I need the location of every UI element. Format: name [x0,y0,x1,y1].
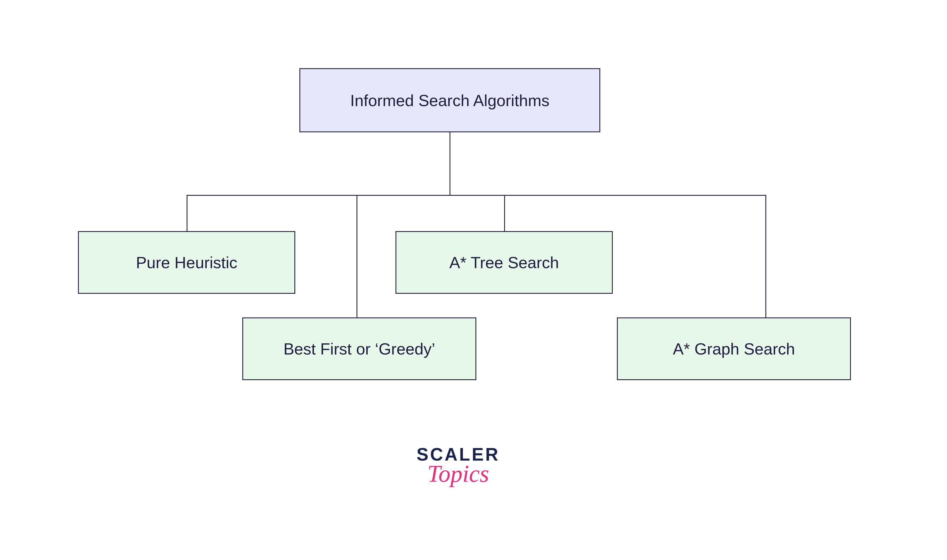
child-node-best-first-greedy: Best First or ‘Greedy’ [242,317,476,380]
connector-c1 [186,195,188,231]
child-node-a-star-tree: A* Tree Search [396,231,613,294]
child-label: Pure Heuristic [136,253,237,272]
child-label: Best First or ‘Greedy’ [283,340,435,358]
child-label: A* Graph Search [673,340,795,358]
connector-c2 [357,195,357,317]
connector-c4 [765,195,766,317]
root-label: Informed Search Algorithms [350,91,550,110]
connector-c3 [504,195,505,231]
connector-bus [186,195,766,196]
connector-root-down [450,132,450,195]
child-node-a-star-graph: A* Graph Search [617,317,851,380]
brand-logo: SCALER Topics [400,446,517,486]
brand-line2: Topics [400,462,517,486]
root-node: Informed Search Algorithms [299,68,600,132]
diagram-canvas: Informed Search Algorithms Pure Heuristi… [0,0,947,560]
child-node-pure-heuristic: Pure Heuristic [78,231,295,294]
child-label: A* Tree Search [449,253,559,272]
